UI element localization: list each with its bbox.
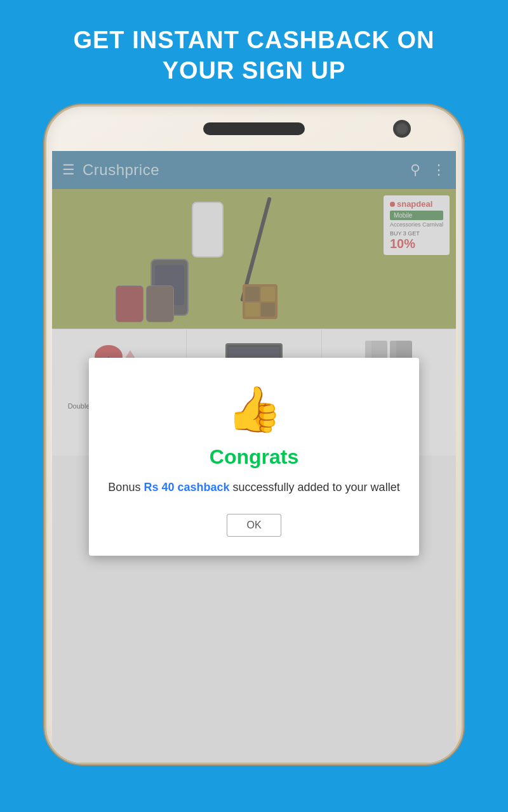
message-prefix: Bonus — [108, 481, 144, 494]
message-suffix: successfully added to your wallet — [230, 481, 400, 494]
thumbs-up-icon: 👍 — [227, 383, 282, 435]
phone-screen: ☰ Crushprice ⚲ ⋮ — [52, 151, 456, 763]
congrats-title: Congrats — [210, 445, 298, 469]
ok-button[interactable]: OK — [227, 514, 281, 537]
header-banner: GET INSTANT CASHBACK ON YOUR SIGN UP ☰ C… — [0, 0, 508, 764]
phone-mockup: ☰ Crushprice ⚲ ⋮ — [44, 105, 464, 764]
phone-camera — [393, 120, 411, 138]
congrats-modal: 👍 Congrats Bonus Rs 40 cashback successf… — [89, 358, 419, 556]
promo-headline: GET INSTANT CASHBACK ON YOUR SIGN UP — [0, 0, 508, 105]
modal-overlay: 👍 Congrats Bonus Rs 40 cashback successf… — [52, 151, 456, 763]
cashback-amount: Rs 40 cashback — [144, 481, 229, 494]
phone-speaker — [203, 122, 305, 135]
bonus-message: Bonus Rs 40 cashback successfully added … — [108, 479, 399, 496]
phone-top-bar — [46, 107, 462, 151]
